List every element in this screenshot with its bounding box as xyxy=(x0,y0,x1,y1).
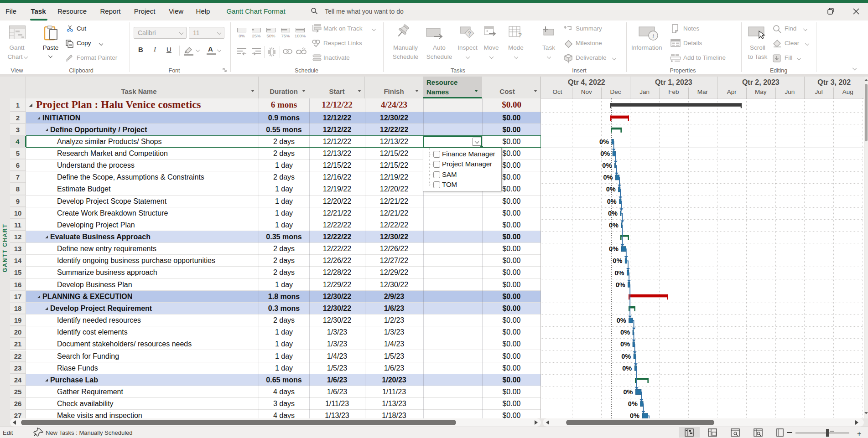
svg-text:0%: 0% xyxy=(620,340,630,348)
svg-text:0%: 0% xyxy=(630,412,639,418)
svg-text:0%: 0% xyxy=(621,353,631,360)
svg-text:0%: 0% xyxy=(606,186,616,193)
svg-text:0%: 0% xyxy=(602,162,612,169)
svg-text:0%: 0% xyxy=(628,400,638,407)
svg-text:0%: 0% xyxy=(603,174,613,181)
svg-text:0%: 0% xyxy=(608,210,618,217)
svg-text:0%: 0% xyxy=(615,269,624,277)
svg-text:i: i xyxy=(652,32,654,39)
svg-text:0%: 0% xyxy=(622,365,632,372)
svg-text:?: ? xyxy=(518,31,522,39)
svg-text:0%: 0% xyxy=(600,150,610,157)
svg-text:0%: 0% xyxy=(607,198,617,205)
svg-text:0%: 0% xyxy=(623,388,633,396)
svg-text:0%: 0% xyxy=(617,317,626,324)
svg-text:0%: 0% xyxy=(609,245,619,252)
svg-text:0%: 0% xyxy=(599,138,609,145)
svg-text:0%: 0% xyxy=(609,222,619,229)
svg-text:0%: 0% xyxy=(620,329,630,336)
svg-text:0%: 0% xyxy=(616,281,625,289)
svg-text:0%: 0% xyxy=(613,257,622,264)
svg-text:?: ? xyxy=(468,31,471,37)
